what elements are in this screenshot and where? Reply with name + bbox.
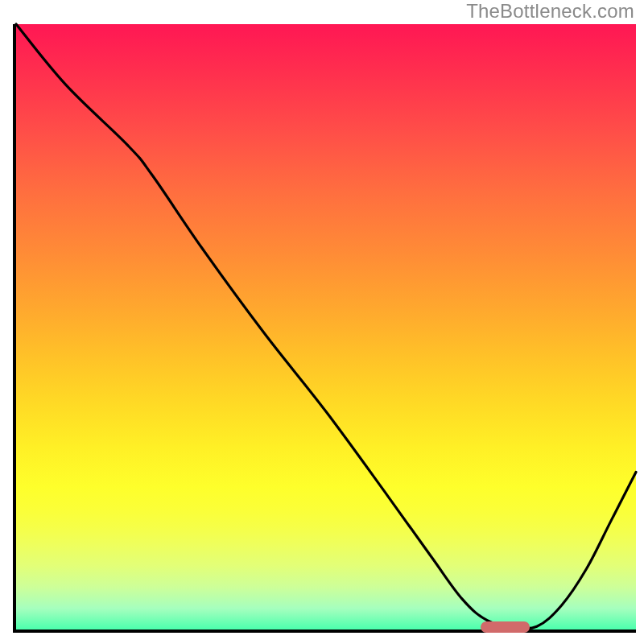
plot-area — [13, 24, 636, 633]
line-plot-svg — [16, 24, 636, 630]
chart-container: TheBottleneck.com — [0, 0, 644, 644]
optimal-range-marker — [481, 621, 530, 633]
bottleneck-curve — [16, 24, 636, 629]
watermark-text: TheBottleneck.com — [466, 0, 634, 23]
